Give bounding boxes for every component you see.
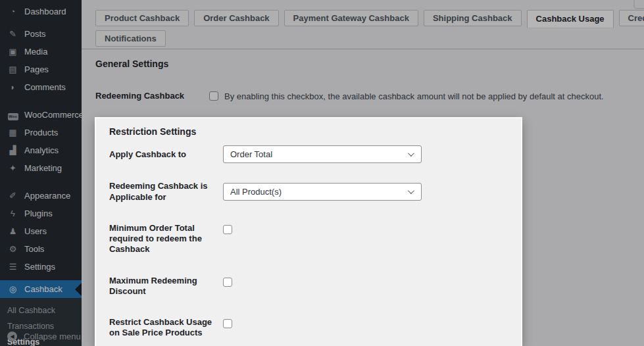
sidebar-item-analytics[interactable]: ▟ Analytics: [0, 141, 82, 159]
sidebar-item-label: Pages: [24, 64, 49, 74]
restriction-settings-panel: Restriction Settings Apply Cashback to O…: [96, 118, 521, 346]
restrict-sale-price-checkbox[interactable]: [223, 319, 232, 328]
minimum-order-total-row: Minimum Order Total required to redeem t…: [109, 223, 508, 255]
apply-cashback-to-row: Apply Cashback to Order Total: [109, 145, 508, 163]
dashboard-icon: ◔: [7, 7, 18, 16]
redeeming-cashback-row: Redeeming Cashback By enabling this chec…: [95, 91, 631, 101]
users-icon: ♟: [7, 226, 18, 236]
restriction-settings-heading: Restriction Settings: [109, 126, 508, 137]
redeeming-cashback-control: By enabling this checkbox, the available…: [209, 91, 631, 101]
restrict-sale-price-row: Restrict Cashback Usage on Sale Price Pr…: [109, 317, 508, 339]
main-content: Product Cashback Order Cashback Payment …: [82, 0, 644, 346]
corner-popup-fragment: [633, 0, 644, 9]
sidebar-item-dashboard[interactable]: ◔ Dashboard: [0, 3, 82, 20]
applicable-for-label: Redeeming Cashback is Applicable for: [109, 181, 223, 203]
sidebar-item-label: Plugins: [24, 209, 53, 218]
sidebar-item-marketing[interactable]: ✦ Marketing: [0, 159, 82, 177]
woo-badge: Woo: [8, 113, 18, 120]
tab-row-2: Notifications: [95, 30, 632, 49]
settings-tabs: Product Cashback Order Cashback Payment …: [82, 0, 644, 49]
admin-sidebar: ◔ Dashboard ✎ Posts ▣ Media ▤ Pages ◗ Co…: [0, 0, 82, 346]
redeeming-cashback-description: By enabling this checkbox, the available…: [224, 91, 604, 101]
woocommerce-icon: Woo: [7, 110, 18, 120]
sidebar-item-label: Analytics: [24, 145, 59, 155]
sidebar-item-label: Cashback: [24, 284, 62, 294]
sidebar-item-plugins[interactable]: ϟ Plugins: [0, 205, 82, 222]
minimum-order-total-checkbox[interactable]: [223, 225, 232, 234]
chevron-down-icon: [408, 150, 414, 157]
sidebar-item-label: Settings: [24, 262, 55, 272]
products-icon: ▦: [7, 128, 18, 137]
minimum-order-total-control: [223, 225, 508, 234]
maximum-redeeming-discount-checkbox[interactable]: [223, 278, 232, 287]
sidebar-item-label: Comments: [24, 82, 66, 92]
redeeming-cashback-checkbox[interactable]: [209, 91, 218, 101]
maximum-redeeming-discount-row: Maximum Redeeming Discount: [109, 276, 508, 297]
general-settings-heading: General Settings: [95, 49, 631, 69]
applicable-for-select[interactable]: All Product(s): [223, 183, 422, 201]
sidebar-item-label: Products: [24, 128, 58, 137]
tab-notifications[interactable]: Notifications: [95, 30, 166, 47]
comments-icon: ◗: [7, 82, 18, 92]
cashback-icon: ◎: [7, 284, 18, 294]
chevron-down-icon: [408, 187, 414, 194]
collapse-menu-button[interactable]: ◀ Collapse menu: [0, 332, 82, 341]
tab-product-cashback[interactable]: Product Cashback: [95, 10, 189, 26]
sidebar-item-woocommerce[interactable]: Woo WooCommerce: [0, 106, 82, 124]
sidebar-item-label: WooCommerce: [24, 110, 84, 120]
maximum-redeeming-discount-control: [223, 278, 508, 287]
tools-icon: ⚙: [7, 244, 18, 254]
sidebar-item-pages[interactable]: ▤ Pages: [0, 61, 82, 78]
sidebar-item-posts[interactable]: ✎ Posts: [0, 25, 82, 43]
plugins-icon: ϟ: [7, 209, 18, 218]
minimum-order-total-label: Minimum Order Total required to redeem t…: [109, 223, 223, 255]
sidebar-item-media[interactable]: ▣ Media: [0, 43, 82, 61]
tab-order-cashback[interactable]: Order Cashback: [194, 10, 278, 26]
sidebar-item-label: Media: [24, 47, 47, 57]
pages-icon: ▤: [7, 64, 18, 74]
tab-cashback-usage[interactable]: Cashback Usage: [527, 10, 614, 28]
admin-menu: ◔ Dashboard ✎ Posts ▣ Media ▤ Pages ◗ Co…: [0, 0, 82, 346]
sidebar-item-label: Tools: [24, 244, 44, 254]
pin-icon: ✎: [7, 29, 18, 39]
applicable-for-value: All Product(s): [230, 187, 282, 197]
tab-row-1: Product Cashback Order Cashback Payment …: [95, 10, 632, 28]
tab-content: General Settings Redeeming Cashback By e…: [82, 49, 644, 346]
sidebar-item-tools[interactable]: ⚙ Tools: [0, 240, 82, 258]
apply-cashback-to-select[interactable]: Order Total: [223, 145, 422, 163]
analytics-icon: ▟: [7, 145, 18, 155]
restrict-sale-price-label: Restrict Cashback Usage on Sale Price Pr…: [109, 317, 223, 339]
sidebar-item-appearance[interactable]: ✐ Appearance: [0, 187, 82, 205]
settings-icon: ☰: [7, 262, 18, 272]
marketing-icon: ✦: [7, 163, 18, 173]
submenu-item-all-cashback[interactable]: All Cashback: [0, 303, 82, 318]
applicable-for-row: Redeeming Cashback is Applicable for All…: [109, 181, 508, 203]
appearance-icon: ✐: [7, 191, 18, 201]
restrict-sale-price-control: [223, 319, 508, 328]
redeeming-cashback-label: Redeeming Cashback: [95, 91, 209, 101]
sidebar-item-cashback[interactable]: ◎ Cashback: [0, 280, 82, 298]
sidebar-item-label: Posts: [24, 29, 46, 39]
media-icon: ▣: [7, 47, 18, 57]
collapse-arrow-icon: ◀: [7, 332, 17, 341]
sidebar-item-label: Users: [24, 226, 47, 236]
maximum-redeeming-discount-label: Maximum Redeeming Discount: [109, 276, 223, 297]
tab-shipping-cashback[interactable]: Shipping Cashback: [424, 10, 522, 26]
sidebar-item-products[interactable]: ▦ Products: [0, 124, 82, 141]
tab-payment-gateway-cashback[interactable]: Payment Gateway Cashback: [284, 10, 418, 26]
sidebar-item-settings[interactable]: ☰ Settings: [0, 258, 82, 276]
tab-credit-debit-cashback[interactable]: Credit/Debit Cashback: [619, 10, 644, 26]
sidebar-item-label: Appearance: [24, 191, 70, 201]
sidebar-item-users[interactable]: ♟ Users: [0, 222, 82, 240]
sidebar-item-label: Marketing: [24, 163, 62, 173]
apply-cashback-to-label: Apply Cashback to: [109, 149, 223, 160]
sidebar-item-comments[interactable]: ◗ Comments: [0, 78, 82, 96]
sidebar-item-label: Dashboard: [24, 7, 66, 16]
apply-cashback-to-value: Order Total: [230, 149, 272, 159]
collapse-menu-label: Collapse menu: [24, 332, 81, 341]
